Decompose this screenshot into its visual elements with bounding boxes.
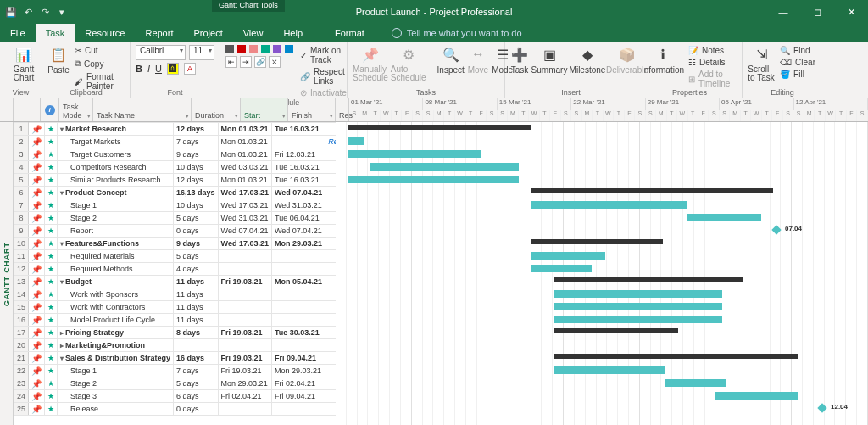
finish-cell[interactable]: Tue 30.03.21: [271, 327, 325, 339]
info-cell[interactable]: 📌: [29, 288, 45, 301]
start-cell[interactable]: Mon 01.03.21: [218, 148, 271, 161]
tab-view[interactable]: View: [233, 24, 274, 42]
task-mode-header[interactable]: Task Mode▾: [59, 98, 93, 121]
find-button[interactable]: 🔍Find: [778, 45, 817, 56]
task-name-header[interactable]: Task Name▾: [93, 98, 192, 121]
start-cell[interactable]: [218, 301, 271, 314]
task-bar[interactable]: [554, 290, 722, 298]
info-cell[interactable]: 📌: [29, 327, 45, 339]
finish-cell[interactable]: Mon 29.03.21: [271, 238, 325, 250]
gantt-chart-button[interactable]: 📊 Gantt Chart: [5, 45, 42, 82]
task-name-cell[interactable]: ▾Budget: [58, 276, 174, 288]
info-cell[interactable]: 📌: [29, 238, 45, 250]
summary-bar[interactable]: [554, 328, 678, 333]
task-bar[interactable]: [348, 137, 364, 145]
info-cell[interactable]: 📌: [29, 276, 45, 288]
duration-cell[interactable]: 12 days: [174, 174, 219, 187]
start-cell[interactable]: Fri 19.03.21: [218, 327, 271, 339]
task-name-cell[interactable]: Report: [58, 225, 174, 238]
finish-cell[interactable]: Mon 05.04.21: [271, 276, 325, 288]
font-color-button[interactable]: A: [184, 63, 196, 75]
inactivate-button[interactable]: ⊘Inactivate: [298, 87, 348, 98]
row-number[interactable]: 8: [14, 212, 29, 225]
task-name-cell[interactable]: ▾Features&Functions: [58, 238, 174, 250]
finish-cell[interactable]: Fri 12.03.21: [271, 148, 325, 161]
row-number[interactable]: 15: [14, 301, 29, 314]
duration-cell[interactable]: 6 days: [174, 390, 219, 403]
task-bar[interactable]: [554, 303, 722, 310]
resource-cell[interactable]: [326, 250, 336, 263]
info-cell[interactable]: 📌: [29, 250, 45, 263]
start-cell[interactable]: Fri 02.04.21: [218, 390, 271, 403]
tab-report[interactable]: Report: [135, 24, 183, 42]
task-mode-cell[interactable]: ★: [45, 136, 58, 148]
task-name-cell[interactable]: ▾Market Research: [58, 123, 174, 136]
fill-color-button[interactable]: 🅰: [167, 63, 179, 75]
start-cell[interactable]: Fri 19.03.21: [218, 352, 271, 365]
row-number[interactable]: 13: [14, 276, 29, 288]
clear-button[interactable]: ⌫Clear: [778, 57, 817, 68]
details-button[interactable]: ☷Details: [687, 57, 737, 68]
row-number[interactable]: 10: [14, 238, 29, 250]
tab-help[interactable]: Help: [273, 24, 313, 42]
task-name-cell[interactable]: Model Product Life Cycle: [58, 314, 174, 327]
duration-cell[interactable]: 8 days: [174, 327, 219, 339]
info-cell[interactable]: 📌: [29, 365, 45, 377]
tab-project[interactable]: Project: [183, 24, 232, 42]
duration-cell[interactable]: 11 days: [174, 301, 219, 314]
resource-cell[interactable]: [326, 390, 336, 403]
start-cell[interactable]: Wed 17.03.21: [218, 199, 271, 212]
task-bar[interactable]: [531, 201, 687, 209]
table-row[interactable]: 3📌★Target Customers9 daysMon 01.03.21Fri…: [14, 148, 337, 161]
task-name-cell[interactable]: Work with Contractors: [58, 301, 174, 314]
resource-cell[interactable]: [326, 288, 336, 301]
tab-task[interactable]: Task: [36, 24, 75, 42]
row-number[interactable]: 14: [14, 288, 29, 301]
start-cell[interactable]: Mon 01.03.21: [218, 174, 271, 187]
task-mode-cell[interactable]: ★: [45, 288, 58, 301]
resource-cell[interactable]: [326, 238, 336, 250]
task-name-cell[interactable]: Stage 2: [58, 377, 174, 390]
task-name-cell[interactable]: ▸Pricing Strategy: [58, 327, 174, 339]
table-row[interactable]: 10📌★▾Features&Functions9 daysWed 17.03.2…: [14, 238, 337, 250]
duration-cell[interactable]: 16,13 days: [174, 187, 219, 199]
duration-cell[interactable]: 5 days: [174, 377, 219, 390]
resource-cell[interactable]: [326, 161, 336, 174]
finish-cell[interactable]: Tue 06.04.21: [271, 212, 325, 225]
info-cell[interactable]: 📌: [29, 212, 45, 225]
tab-file[interactable]: File: [0, 24, 36, 42]
finish-cell[interactable]: [271, 339, 325, 352]
indent-button[interactable]: ⇥: [240, 56, 252, 68]
start-cell[interactable]: [218, 250, 271, 263]
mark-on-track-button[interactable]: ✓Mark on Track: [298, 45, 348, 65]
table-row[interactable]: 12📌★Required Methods4 days: [14, 263, 337, 276]
summary-bar[interactable]: [348, 125, 531, 130]
undo-icon[interactable]: ↶: [22, 6, 34, 18]
start-cell[interactable]: [218, 403, 271, 416]
info-cell[interactable]: 📌: [29, 263, 45, 276]
task-name-cell[interactable]: Competitors Research: [58, 161, 174, 174]
task-mode-cell[interactable]: ★: [45, 352, 58, 365]
duration-cell[interactable]: 10 days: [174, 161, 219, 174]
task-name-cell[interactable]: Stage 2: [58, 212, 174, 225]
task-mode-cell[interactable]: ★: [45, 314, 58, 327]
info-cell[interactable]: 📌: [29, 301, 45, 314]
finish-cell[interactable]: Wed 07.04.21: [271, 187, 325, 199]
duration-cell[interactable]: 5 days: [174, 212, 219, 225]
finish-cell[interactable]: Wed 31.03.21: [271, 199, 325, 212]
row-number[interactable]: 1: [14, 123, 29, 136]
info-cell[interactable]: 📌: [29, 314, 45, 327]
notes-button[interactable]: 📝Notes: [687, 45, 737, 56]
finish-cell[interactable]: Mon 29.03.21: [271, 365, 325, 377]
task-mode-cell[interactable]: ★: [45, 390, 58, 403]
resource-cell[interactable]: [326, 314, 336, 327]
resource-cell[interactable]: [326, 377, 336, 390]
finish-cell[interactable]: [271, 250, 325, 263]
duration-cell[interactable]: 16 days: [174, 352, 219, 365]
save-icon[interactable]: 💾: [5, 6, 17, 18]
cut-button[interactable]: ✂Cut: [73, 45, 125, 56]
summary-bar[interactable]: [554, 354, 798, 359]
resources-header[interactable]: Res: [336, 98, 349, 121]
resource-cell[interactable]: [326, 174, 336, 187]
info-cell[interactable]: 📌: [29, 352, 45, 365]
